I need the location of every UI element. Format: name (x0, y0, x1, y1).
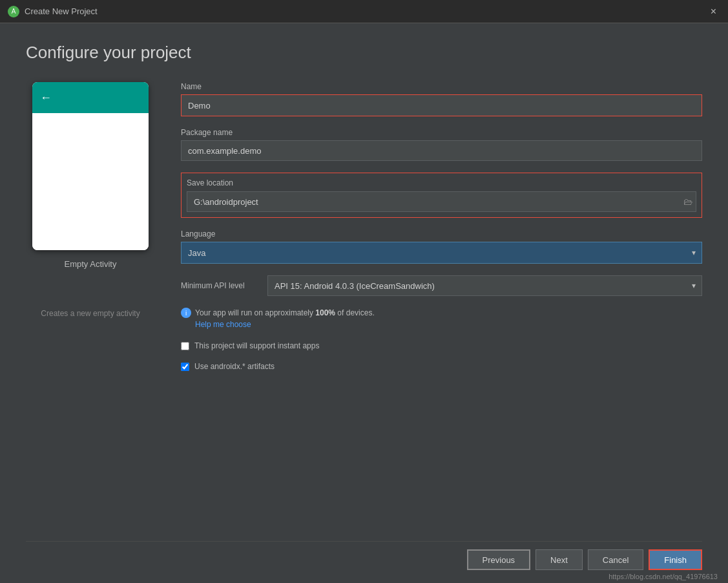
main-content: Configure your project ← Empty Activity … (0, 23, 728, 583)
close-button[interactable]: × (707, 5, 720, 18)
package-group: Package name (181, 128, 702, 161)
name-input[interactable] (182, 95, 702, 116)
title-bar: A Create New Project × (0, 0, 728, 23)
name-label: Name (181, 82, 702, 91)
name-group: Name (181, 82, 702, 116)
info-percentage: 100% (315, 308, 335, 317)
androidx-label: Use androidx.* artifacts (194, 362, 275, 371)
next-button[interactable]: Next (536, 549, 583, 570)
language-group: Language Java Kotlin ▾ (181, 229, 702, 264)
finish-button[interactable]: Finish (649, 549, 702, 570)
cancel-button[interactable]: Cancel (588, 549, 643, 570)
help-link[interactable]: Help me choose (195, 320, 251, 329)
info-suffix: of devices. (335, 308, 375, 317)
page-title: Configure your project (26, 43, 702, 63)
phone-header: ← (32, 82, 149, 113)
info-icon: i (181, 308, 191, 318)
right-panel: Name Package name Save location 🗁 (181, 82, 702, 541)
previous-button[interactable]: Previous (467, 549, 531, 570)
phone-preview: ← (32, 82, 149, 250)
name-input-wrapper (181, 94, 702, 116)
save-location-group: Save location 🗁 (181, 173, 702, 218)
back-arrow-icon: ← (40, 91, 52, 105)
title-bar-left: A Create New Project (8, 6, 98, 17)
instant-apps-row: This project will support instant apps (181, 341, 702, 350)
phone-body (32, 113, 149, 250)
min-api-select[interactable]: API 15: Android 4.0.3 (IceCreamSandwich)… (267, 275, 702, 296)
title-bar-title: Create New Project (25, 6, 98, 16)
api-select-wrapper: API 15: Android 4.0.3 (IceCreamSandwich)… (267, 275, 702, 296)
instant-apps-label: This project will support instant apps (194, 341, 319, 350)
app-icon-letter: A (12, 8, 16, 15)
instant-apps-checkbox[interactable] (181, 342, 189, 350)
save-location-input[interactable] (187, 191, 696, 212)
language-label: Language (181, 229, 702, 238)
app-icon: A (8, 6, 19, 17)
browse-folder-button[interactable]: 🗁 (683, 196, 692, 207)
body-area: ← Empty Activity Creates a new empty act… (26, 82, 702, 541)
package-input[interactable] (181, 140, 702, 161)
footer: Previous Next Cancel Finish (26, 541, 702, 570)
description-label: Creates a new empty activity (41, 308, 140, 319)
info-text: Your app will run on approximately 100% … (195, 308, 375, 317)
footer-url: https://blog.csdn.net/qq_41976613 (608, 573, 718, 580)
left-panel: ← Empty Activity Creates a new empty act… (26, 82, 155, 541)
language-select[interactable]: Java Kotlin (181, 242, 702, 264)
save-location-label: Save location (187, 178, 696, 187)
info-row: i Your app will run on approximately 100… (181, 308, 702, 318)
info-prefix: Your app will run on approximately (195, 308, 315, 317)
activity-label: Empty Activity (65, 259, 117, 269)
min-api-label: Minimum API level (181, 281, 258, 290)
save-location-inner: 🗁 (187, 191, 696, 212)
min-api-row: Minimum API level API 15: Android 4.0.3 … (181, 275, 702, 296)
androidx-row: Use androidx.* artifacts (181, 362, 702, 371)
info-section: i Your app will run on approximately 100… (181, 308, 702, 330)
androidx-checkbox[interactable] (181, 363, 189, 371)
package-label: Package name (181, 128, 702, 137)
language-select-wrapper: Java Kotlin ▾ (181, 242, 702, 264)
